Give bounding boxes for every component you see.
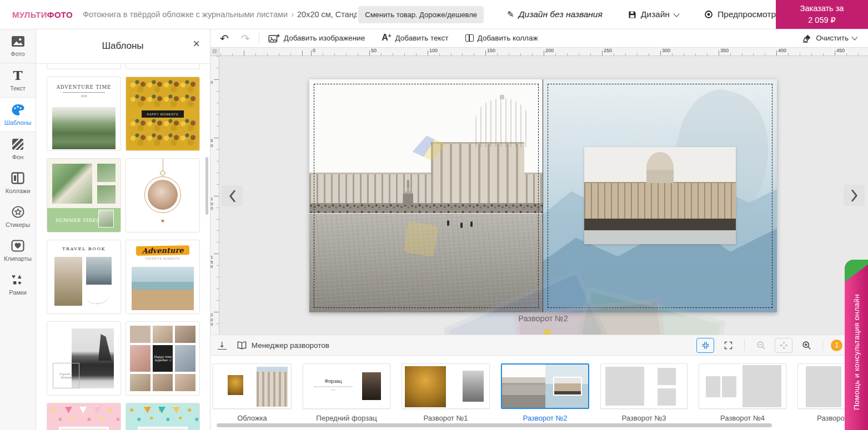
page-thumb-label: Разворот №3 [600,414,688,422]
breadcrumb-variant: 20х20 см, Стандарт, твердая обложка [297,10,357,19]
page-thumb-spread-3[interactable]: Разворот №3 [600,363,688,422]
template-card-partial[interactable] [47,64,121,69]
spread-manager-toggle[interactable]: Менеджер разворотов [237,341,329,350]
sidebar-item-text[interactable]: T Текст [0,63,36,98]
download-icon[interactable]: ↓ [218,341,227,350]
sidebar-label-templates: Шаблоны [4,119,32,126]
design-name[interactable]: ✎ Дизайн без названия [507,9,603,19]
redo-button[interactable]: ↷ [241,33,250,43]
sidebar-item-collages[interactable]: Коллажи [0,166,36,200]
next-spread-button[interactable] [844,185,865,206]
page-thumb-front-endpaper[interactable]: Форзац здесь можно разместить изображени… [303,363,390,422]
sidebar-label-cliparts: Клипарты [4,255,32,262]
template-title: ADVENTURE TIME [47,84,121,90]
template-ribbon-text: HAPPY MOMENTS [142,110,184,118]
basilica-photo[interactable] [584,147,736,244]
horizontal-ruler: 0 50 100 150 200 250 300 350 400 450 [219,47,868,56]
template-title: TRAVEL BOOK [47,246,121,251]
canvas-viewport: Разворот №2 [219,55,868,335]
spread-page-right[interactable] [543,79,777,312]
add-collage-icon [465,34,474,42]
notification-badge[interactable]: 1 [831,340,842,351]
strip-scrollbar[interactable] [217,423,772,427]
top-bar: МУЛЬТИФОТО Фотокнига в твёрдой обложке с… [0,0,868,29]
template-center-text: Happy time together :) [153,345,173,371]
add-image-button[interactable]: Добавить изображение [268,33,365,43]
ruler-settings-button[interactable] [210,47,219,56]
logo-part-1: МУЛЬТИ [12,10,47,19]
sidebar-item-background[interactable]: Фон [0,132,36,166]
order-button[interactable]: Заказать за 2 059 ₽ [776,0,868,29]
template-names-label: Сергей + Ксюша [53,363,79,388]
brand-logo[interactable]: МУЛЬТИФОТО [12,10,73,19]
design-name-label: Дизайн без названия [519,9,603,19]
template-card-family-grid[interactable]: Happy time together :) [126,321,200,396]
sidebar-item-templates[interactable]: Шаблоны [0,98,36,132]
page-thumb-label: Разворот №2 [501,414,589,422]
sidebar-item-stickers[interactable]: Стикеры [0,200,36,234]
fullscreen-button[interactable] [720,338,736,352]
design-menu-button[interactable]: Дизайн [628,9,679,19]
order-line-1: Заказать за [779,3,865,14]
chevron-down-icon [851,34,857,40]
zoom-out-button[interactable] [752,338,769,352]
zoom-out-icon [756,341,766,350]
preview-button[interactable]: Предпросмотр [704,9,776,19]
order-line-2: 2 059 ₽ [779,14,865,26]
template-card-wedding[interactable]: Сергей + Ксюша [47,321,121,396]
panel-scrollbar[interactable] [205,157,208,215]
template-card-summer-vibes[interactable]: SUMMER VIBES [47,158,121,232]
template-card-happy-moments[interactable]: HAPPY MOMENTS [126,77,200,151]
spread-manager-bar: ↓ Менеджер разворотов [210,335,868,356]
add-collage-label: Добавить коллаж [478,34,538,42]
template-card-adventure-time[interactable]: ADVENTURE TIME 2018 [47,77,121,151]
template-card-partial[interactable] [126,64,200,69]
logo-part-2: ФОТО [47,10,73,19]
template-card-baby-pink[interactable] [47,403,121,430]
template-title: SUMMER VIBES [55,217,99,223]
design-menu-label: Дизайн [641,9,670,19]
photo-icon [11,34,25,48]
sidebar-label-photo: Фото [11,50,24,57]
support-chat-tab[interactable]: Помощь и консультация онлайн [845,260,868,430]
sidebar-label-background: Фон [12,154,24,160]
template-card-pendant[interactable]: ♥ [126,158,200,232]
zoom-fit-button[interactable] [775,338,792,353]
collapse-manager-button[interactable] [696,338,714,353]
close-icon[interactable]: × [193,38,200,50]
template-card-adventure[interactable]: Adventure FAVORITE MOMENTS [126,240,200,314]
page-thumb-spread-4[interactable]: Разворот №4 [699,363,786,422]
canvas-toolbar: ↶ ↷ Добавить изображение A+ Добавить тек… [210,29,868,48]
breadcrumb-product[interactable]: Фотокнига в твёрдой обложке с журнальным… [83,10,288,19]
photobook-editor: МУЛЬТИФОТО Фотокнига в твёрдой обложке с… [0,0,868,430]
template-card-baby-blue[interactable] [126,403,200,430]
spread-page-left[interactable] [309,79,543,312]
undo-button[interactable]: ↶ [220,33,229,43]
sidebar-item-photo[interactable]: Фото [0,29,36,63]
zoom-in-button[interactable] [798,338,815,352]
page-thumb-spread-1[interactable]: Разворот №1 [402,363,490,422]
tool-sidebar: Фото T Текст Шаблоны Фон Коллажи [0,29,36,430]
gear-icon [212,48,218,54]
template-card-travel-book[interactable]: TRAVEL BOOK [47,240,121,314]
fit-icon [780,341,788,350]
pencil-icon: ✎ [507,9,514,19]
page-thumb-label: Передний форзац [303,414,390,422]
manager-controls: 1 Оц [696,338,859,353]
page-thumb-spread-2[interactable]: Разворот №2 [501,363,589,422]
clear-label: Очистить [816,34,849,42]
add-image-label: Добавить изображение [284,34,365,42]
pages-strip: Обложка Форзац здесь можно разместить из… [210,355,868,430]
change-product-button[interactable]: Сменить товар. Дороже/дешевле [358,6,484,23]
collages-icon [11,171,24,185]
add-text-button[interactable]: A+ Добавить текст [382,34,448,42]
page-thumb-cover[interactable]: Обложка [213,363,292,422]
sticker-icon [11,205,25,219]
previous-spread-button[interactable] [222,185,243,206]
clear-button[interactable]: Очистить [802,34,857,43]
frames-icon: ♥▲■● [11,273,25,286]
add-collage-button[interactable]: Добавить коллаж [465,34,538,42]
sidebar-item-frames[interactable]: ♥▲■● Рамки [0,267,36,301]
sidebar-item-cliparts[interactable]: Клипарты [0,234,36,267]
add-text-label: Добавить текст [395,34,449,42]
